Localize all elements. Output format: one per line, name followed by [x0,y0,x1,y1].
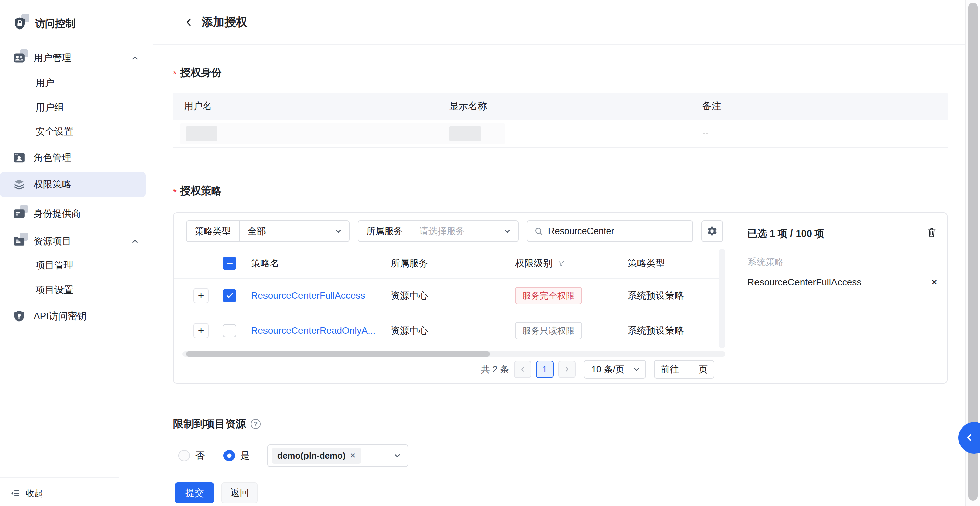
radio-yes-selected[interactable] [223,450,235,461]
back-chevron-icon[interactable] [181,15,196,30]
page-size-value: 10 条/页 [591,363,624,375]
pagination-total: 共 2 条 [481,363,509,375]
policy-type-label: 策略类型 [186,225,239,237]
collapse-sidebar-icon [10,488,20,498]
policy-table-header: 策略名 所属服务 权限级别 策略类型 [174,249,725,278]
row-checkbox-checked[interactable] [223,289,236,302]
required-marker: * [173,67,177,81]
sidebar-collapse-button[interactable]: 收起 [0,483,153,503]
policy-search-box [527,220,693,242]
sidebar-item-permission-policy[interactable]: 权限策略 [0,172,146,197]
sidebar-item-resource-projects[interactable]: 资源项目 [0,229,153,254]
remark-value: -- [692,128,948,139]
project-section-title: 限制到项目资源 [173,417,246,431]
table-horizontal-scrollbar-thumb[interactable] [186,352,490,357]
help-question-icon[interactable]: ? [251,419,261,429]
policy-type-value: 全部 [240,225,266,237]
policy-search-input[interactable] [548,226,676,237]
sidebar-item-role-management[interactable]: 角色管理 [0,145,153,170]
identity-table-header: 用户名 显示名称 备注 [173,93,948,119]
permission-level-label: 权限级别 [515,257,552,270]
page-size-select[interactable]: 10 条/页 [584,360,646,379]
collapse-label: 收起 [25,487,43,499]
expand-row-button[interactable]: + [193,288,209,303]
policy-type: 系统预设策略 [627,289,684,302]
policy-type: 系统预设策略 [627,324,684,337]
service-label: 所属服务 [358,225,411,237]
project-tag: demo(pln-demo) ✕ [272,447,361,464]
project-tag-label: demo(pln-demo) [277,450,346,461]
sidebar-item-user-groups[interactable]: 用户组 [0,95,153,120]
sidebar-item-project-management[interactable]: 项目管理 [0,253,153,278]
tag-remove-icon[interactable]: ✕ [350,452,356,460]
remove-selected-icon[interactable]: ✕ [931,277,938,287]
shield-key-icon [13,310,25,323]
redacted-display-name [449,126,481,141]
permission-level-badge: 服务完全权限 [515,287,582,304]
project-section-label: 限制到项目资源 ? [173,417,948,431]
chevron-down-icon [503,227,512,235]
row-checkbox-unchecked[interactable] [223,324,236,337]
filter-funnel-icon[interactable] [557,259,565,267]
service-select[interactable]: 所属服务 请选择服务 [358,220,519,242]
radio-no-unselected[interactable] [178,450,190,461]
project-radio-row: 否 是 demo(pln-demo) ✕ [173,444,948,467]
sidebar-item-label: 角色管理 [33,151,71,164]
access-control-shield-lock-icon [13,16,27,30]
select-all-checkbox-indeterminate[interactable] [223,257,236,270]
submit-button[interactable]: 提交 [175,482,214,503]
folder-icon [13,235,25,248]
sidebar-item-project-settings[interactable]: 项目设置 [0,277,153,302]
service-placeholder: 请选择服务 [411,225,465,237]
sidebar-item-identity-provider[interactable]: 身份提供商 [0,201,153,226]
return-button[interactable]: 返回 [221,482,258,503]
page-title: 添加授权 [202,14,247,30]
col-remark: 备注 [692,100,948,113]
col-display-name: 显示名称 [439,100,692,113]
next-page-button[interactable] [558,361,576,378]
page-header: 添加授权 [153,0,965,45]
policy-name-link[interactable]: ResourceCenterFullAccess [251,290,365,301]
collapse-drawer-button[interactable] [958,422,980,453]
policy-row-2: + ResourceCenterReadOnlyA... 资源中心 服务只读权限… [174,313,725,348]
identity-section-title: 授权身份 [180,66,222,79]
sidebar-app-title: 访问控制 [0,11,153,36]
search-icon [534,226,543,236]
sidebar-item-users[interactable]: 用户 [0,70,153,95]
main-content: * 授权身份 用户名 显示名称 备注 -- * 授权策略 策略类型 全部 [173,45,948,503]
selected-policy-item: ResourceCenterFullAccess ✕ [748,277,938,288]
sidebar-item-security-settings[interactable]: 安全设置 [0,119,153,144]
identity-table: 用户名 显示名称 备注 -- [173,93,948,148]
radio-no-label: 否 [195,449,205,462]
selected-group-label: 系统策略 [748,256,784,268]
table-horizontal-scrollbar-track[interactable] [183,352,725,357]
layers-icon [13,178,25,191]
identity-table-row: -- [173,119,948,148]
policy-section-title: 授权策略 [180,184,222,197]
goto-suffix: 页 [699,363,708,375]
chevron-up-icon[interactable] [131,237,140,246]
selected-policies-panel: 已选 1 项 / 100 项 系统策略 ResourceCenterFullAc… [737,213,947,383]
trash-icon[interactable] [926,227,937,238]
sidebar-subitem-label: 安全设置 [36,125,73,138]
selected-count-title: 已选 1 项 / 100 项 [748,227,824,240]
chevron-down-icon [334,227,343,235]
expand-row-button[interactable]: + [193,323,209,338]
column-settings-button[interactable] [702,220,723,242]
policy-type-select[interactable]: 策略类型 全部 [186,220,350,242]
project-tag-select[interactable]: demo(pln-demo) ✕ [267,444,408,467]
sidebar-item-label: 身份提供商 [33,207,81,220]
goto-page-box[interactable]: 前往 页 [654,360,714,379]
sidebar-item-label: API访问密钥 [33,310,86,323]
chevron-up-icon[interactable] [131,54,140,62]
permission-level-badge: 服务只读权限 [515,322,582,339]
table-vertical-scrollbar-track[interactable] [719,249,725,348]
policy-name-link[interactable]: ResourceCenterReadOnlyA... [251,325,375,336]
sidebar-item-user-management[interactable]: 用户管理 [0,46,153,70]
prev-page-button[interactable] [514,361,531,378]
sidebar-item-api-access-key[interactable]: API访问密钥 [0,304,153,329]
id-card-icon [13,207,25,220]
current-page-button[interactable]: 1 [536,361,554,378]
sidebar-subitem-label: 项目管理 [36,259,73,272]
policy-service: 资源中心 [391,289,428,302]
